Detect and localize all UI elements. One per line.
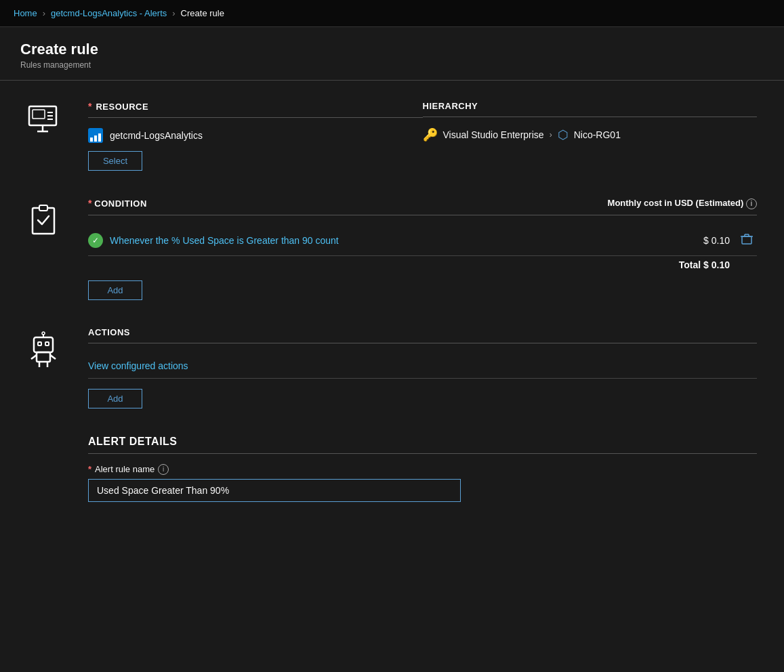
- main-content: * RESOURCE getcmd-LogsAnalytics Select: [0, 81, 784, 522]
- svg-rect-16: [45, 342, 49, 345]
- svg-rect-7: [33, 208, 54, 234]
- alert-details-title: ALERT DETAILS: [88, 436, 757, 454]
- nav-home[interactable]: Home: [14, 8, 37, 18]
- analytics-icon: [88, 128, 103, 143]
- nav-sep-1: ›: [43, 8, 45, 18]
- condition-text[interactable]: Whenever the % Used Space is Greater tha…: [110, 235, 669, 246]
- actions-add-button[interactable]: Add: [88, 389, 142, 408]
- condition-row: ✓ Whenever the % Used Space is Greater t…: [88, 226, 757, 256]
- nav-sep-2: ›: [172, 8, 175, 18]
- svg-point-18: [42, 332, 45, 335]
- total-row: Total $ 0.10: [88, 259, 757, 270]
- cost-info-icon[interactable]: i: [746, 198, 757, 209]
- hierarchy-title: HIERARCHY: [423, 101, 478, 111]
- page-subtitle: Rules management: [20, 60, 764, 70]
- robot-icon: [27, 327, 68, 408]
- hierarchy-chevron: ›: [550, 130, 552, 140]
- svg-rect-15: [38, 342, 41, 345]
- page-header: Create rule Rules management: [0, 27, 784, 81]
- svg-rect-3: [33, 110, 45, 119]
- clipboard-icon: [27, 198, 68, 300]
- bar1: [90, 138, 93, 142]
- actions-header: ACTIONS: [88, 327, 757, 343]
- condition-cost: $ 0.10: [676, 235, 730, 246]
- condition-header-left: * CONDITION: [88, 198, 604, 209]
- alert-name-label-text: Alert rule name: [95, 464, 154, 474]
- alert-name-label: * Alert rule name i: [88, 464, 757, 475]
- svg-rect-8: [39, 205, 47, 211]
- cost-label: Monthly cost in USD (Estimated): [608, 198, 744, 208]
- monitor-icon: [27, 101, 68, 171]
- alert-name-info-icon[interactable]: i: [158, 464, 169, 475]
- condition-title: CONDITION: [94, 198, 146, 209]
- bar3: [98, 133, 101, 142]
- cost-header: Monthly cost in USD (Estimated) i: [608, 198, 757, 209]
- hierarchy-row: 🔑 Visual Studio Enterprise › ⬡ Nico-RG01: [423, 127, 758, 142]
- condition-add-button[interactable]: Add: [88, 280, 142, 300]
- alert-name-input[interactable]: [88, 479, 461, 502]
- resource-header: * RESOURCE: [88, 101, 423, 118]
- nav-current: Create rule: [181, 8, 224, 18]
- subscription-name: Visual Studio Enterprise: [443, 129, 544, 140]
- svg-rect-9: [742, 236, 751, 244]
- condition-check-icon: ✓: [88, 233, 103, 248]
- condition-section-body: * CONDITION Monthly cost in USD (Estimat…: [88, 198, 757, 300]
- view-configured-actions-link[interactable]: View configured actions: [88, 354, 757, 379]
- resource-section: * RESOURCE getcmd-LogsAnalytics Select: [27, 101, 757, 171]
- resource-required: *: [88, 101, 91, 112]
- resource-group-name: Nico-RG01: [574, 129, 621, 140]
- nav-alerts[interactable]: getcmd-LogsAnalytics - Alerts: [51, 8, 167, 18]
- select-button[interactable]: Select: [88, 151, 142, 171]
- condition-header: * CONDITION Monthly cost in USD (Estimat…: [88, 198, 757, 215]
- resource-title: RESOURCE: [96, 102, 148, 112]
- alert-name-required: *: [88, 464, 91, 474]
- actions-section: ACTIONS View configured actions Add: [27, 327, 757, 408]
- breadcrumb: Home › getcmd-LogsAnalytics - Alerts › C…: [0, 0, 784, 27]
- hierarchy-col: HIERARCHY 🔑 Visual Studio Enterprise › ⬡…: [423, 101, 758, 171]
- svg-rect-19: [37, 352, 50, 362]
- condition-required: *: [88, 198, 91, 209]
- delete-condition-button[interactable]: [737, 232, 757, 249]
- svg-rect-14: [34, 337, 53, 352]
- actions-title: ACTIONS: [88, 327, 130, 337]
- alert-details-section: ALERT DETAILS * Alert rule name i: [27, 436, 757, 502]
- resource-hierarchy-header: * RESOURCE getcmd-LogsAnalytics Select: [88, 101, 757, 171]
- page-title: Create rule: [20, 41, 764, 58]
- resource-name: getcmd-LogsAnalytics: [110, 130, 203, 141]
- hierarchy-header: HIERARCHY: [423, 101, 758, 117]
- resource-row: getcmd-LogsAnalytics: [88, 128, 423, 143]
- total-cost: Total $ 0.10: [679, 259, 730, 270]
- resource-section-body: * RESOURCE getcmd-LogsAnalytics Select: [88, 101, 757, 171]
- cube-icon: ⬡: [558, 127, 569, 142]
- condition-section: * CONDITION Monthly cost in USD (Estimat…: [27, 198, 757, 300]
- resource-col: * RESOURCE getcmd-LogsAnalytics Select: [88, 101, 423, 171]
- key-icon: 🔑: [423, 127, 438, 142]
- bar2: [94, 135, 97, 142]
- actions-section-body: ACTIONS View configured actions Add: [88, 327, 757, 408]
